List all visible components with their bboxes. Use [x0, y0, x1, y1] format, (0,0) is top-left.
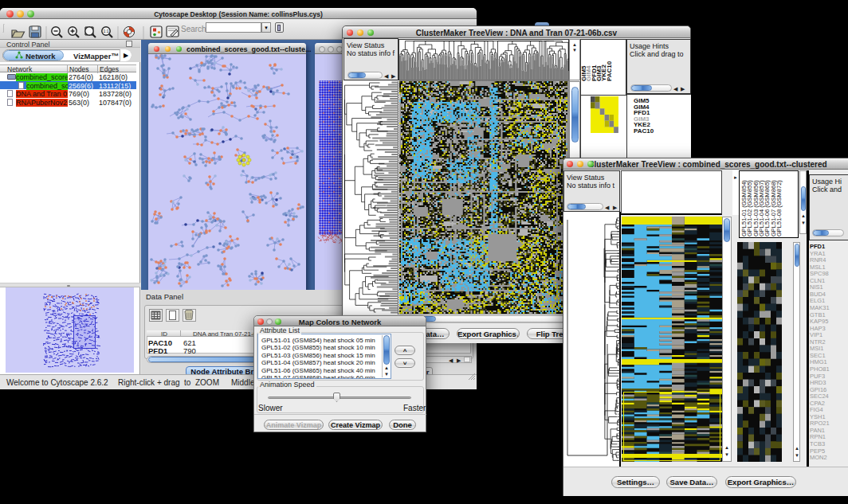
svg-text:PAC10: PAC10 — [606, 61, 613, 81]
svg-text:GPL51-08 (GSM872): GPL51-08 (GSM872) — [775, 180, 783, 236]
svg-text:1:1: 1:1 — [104, 29, 109, 33]
